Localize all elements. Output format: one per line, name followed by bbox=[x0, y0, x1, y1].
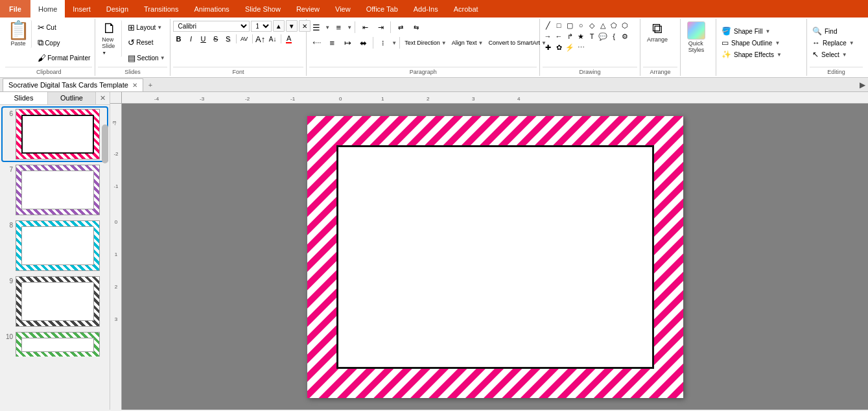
increase-font-button[interactable]: ▲ bbox=[273, 20, 285, 32]
bullets-button[interactable]: ☰ bbox=[309, 20, 323, 34]
shape-callout[interactable]: 💬 bbox=[598, 31, 608, 41]
tab-insert[interactable]: Insert bbox=[65, 0, 99, 18]
shape-rounded-rect[interactable]: ▢ bbox=[565, 20, 575, 30]
doc-tab-main[interactable]: Socrative Digital Task Cards Template ✕ bbox=[3, 78, 143, 91]
scroll-handle[interactable] bbox=[102, 124, 108, 163]
paste-button[interactable]: 📋 Paste bbox=[5, 20, 32, 48]
decrease-font-button[interactable]: ▼ bbox=[286, 20, 298, 32]
tab-design[interactable]: Design bbox=[99, 0, 136, 18]
shape-more[interactable]: ⋯ bbox=[576, 42, 586, 53]
shape-bent-arrow[interactable]: ↱ bbox=[565, 31, 575, 41]
slide-item-6[interactable]: 6 bbox=[3, 108, 107, 161]
shape-pentagon[interactable]: ⬠ bbox=[609, 20, 619, 30]
shape-star[interactable]: ★ bbox=[576, 31, 586, 41]
tab-review[interactable]: Review bbox=[288, 0, 327, 18]
reset-label: Reset bbox=[136, 39, 153, 46]
svg-text:-4: -4 bbox=[154, 96, 159, 102]
doc-tab-scroll-right[interactable]: ▶ bbox=[860, 80, 868, 89]
text-direction-button[interactable]: Text Direction ▼ bbox=[403, 39, 448, 47]
shape-plus[interactable]: ✚ bbox=[543, 42, 553, 53]
slide-viewport bbox=[122, 104, 868, 410]
quick-styles-button[interactable]: QuickStyles bbox=[683, 20, 709, 54]
align-left-button[interactable]: ⬸ bbox=[309, 36, 323, 50]
convert-smartart-button[interactable]: Convert to SmartArt ▼ bbox=[486, 39, 548, 47]
font-color-button[interactable]: A bbox=[283, 33, 295, 45]
shape-arrow-l[interactable]: ← bbox=[554, 31, 564, 41]
shape-line[interactable]: ╱ bbox=[543, 20, 553, 30]
ltr-direction-button[interactable]: ⇆ bbox=[409, 20, 423, 34]
cut-button[interactable]: ✂ Cut bbox=[36, 22, 92, 33]
tab-file[interactable]: File bbox=[0, 0, 30, 18]
align-right-button[interactable]: ↦ bbox=[340, 36, 355, 50]
shape-rect[interactable]: □ bbox=[554, 20, 564, 30]
font-size-increase2[interactable]: A↑ bbox=[255, 33, 266, 45]
shape-outline-button[interactable]: ▭ Shape Outline ▼ bbox=[719, 38, 782, 48]
shape-fill-button[interactable]: 🪣 Shape Fill ▼ bbox=[719, 26, 773, 36]
tab-transitions[interactable]: Transitions bbox=[136, 0, 186, 18]
bold-button[interactable]: B bbox=[173, 33, 185, 45]
rtl-direction-button[interactable]: ⇄ bbox=[393, 20, 408, 34]
slide-canvas[interactable] bbox=[307, 116, 683, 398]
shape-arrow-r[interactable]: → bbox=[543, 31, 553, 41]
shape-bracket[interactable]: { bbox=[609, 31, 619, 41]
new-slide-button[interactable]: 🗋 NewSlide ▼ bbox=[98, 20, 122, 57]
shape-diamond[interactable]: ◇ bbox=[587, 20, 597, 30]
tab-slides[interactable]: Slides bbox=[0, 92, 48, 104]
tab-acrobat[interactable]: Acrobat bbox=[446, 0, 486, 18]
shape-effects-button[interactable]: ✨ Shape Effects ▼ bbox=[719, 49, 784, 60]
find-button[interactable]: 🔍 Find bbox=[810, 26, 839, 36]
tab-outline[interactable]: Outline bbox=[48, 92, 96, 104]
font-name-row: Calibri 12 ▲ ▼ ✕ bbox=[173, 20, 311, 32]
increase-indent-button[interactable]: ⇥ bbox=[373, 20, 388, 34]
underline-button[interactable]: U bbox=[198, 33, 209, 45]
section-button[interactable]: ▤ Section ▼ bbox=[126, 53, 167, 64]
tab-home[interactable]: Home bbox=[30, 0, 65, 18]
slide-content-area[interactable] bbox=[336, 145, 654, 369]
font-name-select[interactable]: Calibri bbox=[173, 21, 250, 32]
shape-lightning[interactable]: ⚡ bbox=[565, 42, 575, 53]
layout-button[interactable]: ⊞ Layout ▼ bbox=[126, 22, 167, 33]
paragraph-row2: ⬸ ≡ ↦ ⬌ ⫶ ▼ Text Direction ▼ Align Text … bbox=[309, 36, 548, 50]
tab-officetab[interactable]: Office Tab bbox=[358, 0, 406, 18]
arrange-button[interactable]: ⧉ Arrange bbox=[643, 20, 672, 44]
tab-view[interactable]: View bbox=[327, 0, 358, 18]
select-button[interactable]: ↖ Select ▼ bbox=[810, 49, 850, 60]
slide-thumb-9-inner bbox=[21, 282, 94, 321]
reset-button[interactable]: ↺ Reset bbox=[126, 37, 167, 48]
text-shadow-button[interactable]: S bbox=[222, 33, 234, 45]
copy-button[interactable]: ⧉ Copy bbox=[36, 37, 92, 49]
align-center-button[interactable]: ≡ bbox=[325, 36, 339, 50]
font-sep bbox=[236, 34, 237, 43]
char-spacing-button[interactable]: AV bbox=[239, 33, 250, 45]
font-size-decrease2[interactable]: A↓ bbox=[267, 33, 279, 45]
font-size-select[interactable]: 12 bbox=[251, 21, 272, 32]
slide-item-8[interactable]: 8 bbox=[3, 219, 107, 272]
slide-item-9[interactable]: 9 bbox=[3, 275, 107, 328]
tab-animations[interactable]: Animations bbox=[186, 0, 237, 18]
svg-text:1: 1 bbox=[381, 96, 384, 102]
shape-effects-label: Shape Effects bbox=[734, 51, 774, 58]
format-painter-button[interactable]: 🖌 Format Painter bbox=[36, 53, 92, 64]
slide-panel-close[interactable]: ✕ bbox=[96, 92, 110, 104]
align-text-button[interactable]: Align Text ▼ bbox=[450, 39, 486, 47]
doc-tab-close-button[interactable]: ✕ bbox=[132, 82, 137, 89]
numbering-button[interactable]: ≡ bbox=[331, 20, 346, 34]
shape-gear[interactable]: ⚙ bbox=[620, 31, 630, 41]
shape-hexagon[interactable]: ⬡ bbox=[620, 20, 630, 30]
slide-item-7[interactable]: 7 bbox=[3, 163, 107, 217]
columns-button[interactable]: ⫶ bbox=[376, 36, 390, 50]
svg-text:2: 2 bbox=[427, 96, 430, 102]
decrease-indent-button[interactable]: ⇤ bbox=[358, 20, 372, 34]
italic-button[interactable]: I bbox=[185, 33, 197, 45]
shape-flower[interactable]: ✿ bbox=[554, 42, 564, 53]
shape-text[interactable]: T bbox=[587, 31, 597, 41]
new-tab-button[interactable]: + bbox=[143, 80, 158, 90]
replace-button[interactable]: ↔ Replace ▼ bbox=[810, 38, 857, 48]
tab-addins[interactable]: Add-Ins bbox=[406, 0, 446, 18]
shape-triangle[interactable]: △ bbox=[598, 20, 608, 30]
justify-button[interactable]: ⬌ bbox=[356, 36, 370, 50]
slide-item-10[interactable]: 10 bbox=[3, 331, 107, 357]
strikethrough-button[interactable]: S bbox=[210, 33, 222, 45]
shape-oval[interactable]: ○ bbox=[576, 20, 586, 30]
tab-slideshow[interactable]: Slide Show bbox=[237, 0, 288, 18]
